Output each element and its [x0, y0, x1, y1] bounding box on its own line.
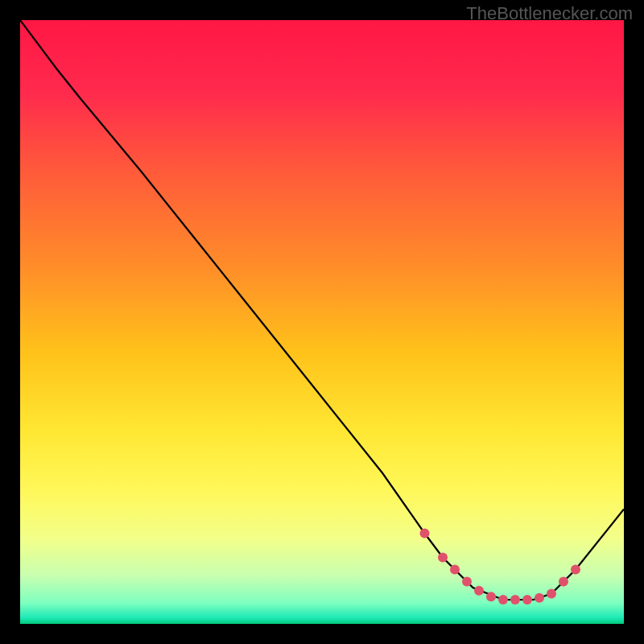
curve-marker — [571, 565, 580, 575]
curve-marker — [510, 595, 520, 605]
curve-marker — [420, 529, 430, 539]
curve-marker — [474, 586, 484, 596]
curve-marker — [559, 577, 568, 587]
bottleneck-curve — [20, 20, 624, 600]
curve-marker — [535, 593, 544, 603]
curve-marker — [498, 595, 508, 605]
chart-plot-area — [20, 20, 624, 624]
curve-marker — [547, 589, 556, 599]
watermark-text: TheBottlenecker.com — [466, 3, 633, 24]
curve-marker — [450, 565, 460, 575]
curve-marker — [438, 553, 448, 563]
curve-marker — [486, 592, 496, 601]
curve-marker — [462, 577, 472, 587]
curve-marker — [522, 595, 532, 605]
chart-curve-layer — [20, 20, 624, 624]
curve-markers — [420, 529, 581, 605]
